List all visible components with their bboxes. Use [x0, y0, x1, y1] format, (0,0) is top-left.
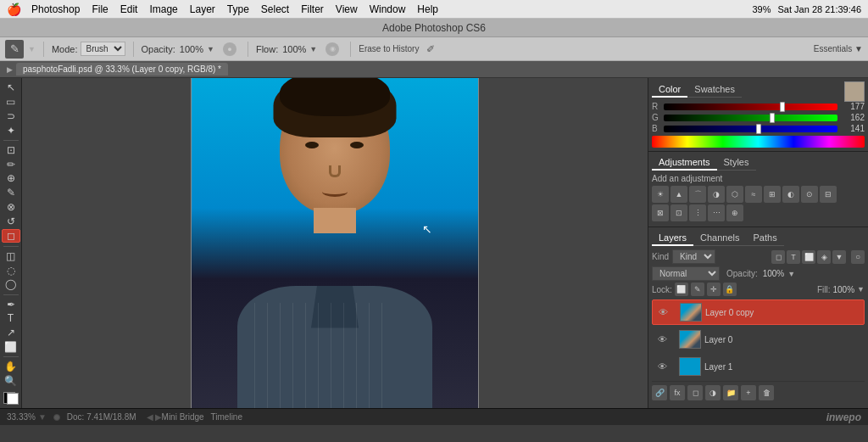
- opacity-value[interactable]: 100%: [763, 269, 785, 278]
- color-picker[interactable]: [2, 392, 20, 405]
- tab-channels[interactable]: Channels: [693, 231, 746, 246]
- essentials-dropdown[interactable]: Essentials ▼: [814, 44, 863, 53]
- apple-menu[interactable]: 🍎: [7, 3, 21, 16]
- adj-colorbalance[interactable]: ⊞: [764, 186, 781, 203]
- timeline-tab[interactable]: Timeline: [211, 412, 242, 422]
- flow-value[interactable]: 100%: [282, 44, 306, 54]
- filter-shape[interactable]: ⬜: [802, 250, 815, 264]
- scroll-right[interactable]: ▶: [155, 412, 162, 422]
- menu-file[interactable]: File: [92, 3, 108, 15]
- text-tool[interactable]: T: [2, 312, 20, 325]
- history-brush-tool[interactable]: ↺: [2, 215, 20, 227]
- lasso-tool[interactable]: ⊃: [2, 109, 20, 122]
- color-spectrum[interactable]: [652, 136, 865, 148]
- menu-select[interactable]: Select: [261, 3, 289, 15]
- scroll-left[interactable]: ◀: [147, 412, 153, 422]
- dodge-tool[interactable]: ◯: [2, 278, 20, 291]
- magic-wand-tool[interactable]: ✦: [2, 124, 20, 137]
- r-value[interactable]: 177: [841, 102, 865, 111]
- doc-tab-item[interactable]: pasphotoFadli.psd @ 33.3% (Layer 0 copy,…: [16, 63, 228, 76]
- clone-stamp-tool[interactable]: ⊗: [2, 200, 20, 213]
- adj-levels[interactable]: ▲: [670, 186, 687, 203]
- healing-brush-tool[interactable]: ⊕: [2, 172, 20, 185]
- tab-paths[interactable]: Paths: [747, 231, 784, 246]
- new-layer-btn[interactable]: +: [741, 385, 756, 400]
- adj-brightness[interactable]: ☀: [652, 186, 669, 203]
- zoom-display[interactable]: 33.33%: [7, 412, 36, 422]
- brush-tool[interactable]: ✎: [2, 187, 20, 199]
- layer-0-eye[interactable]: 👁: [655, 333, 669, 346]
- adj-threshold[interactable]: ⋮: [689, 204, 706, 221]
- blur-tool[interactable]: ◌: [2, 264, 20, 277]
- filter-smartobj[interactable]: ◈: [817, 250, 831, 264]
- g-slider[interactable]: [664, 115, 837, 121]
- layer-item-2[interactable]: 👁 Layer 1: [652, 354, 865, 379]
- opacity-value[interactable]: 100%: [180, 44, 203, 54]
- menu-image[interactable]: Image: [149, 3, 177, 15]
- adj-selective[interactable]: ⊕: [726, 204, 743, 221]
- adj-photofilter[interactable]: ⊙: [801, 186, 818, 203]
- airbrush-icon[interactable]: ◉: [326, 42, 339, 56]
- blend-mode-select[interactable]: Normal: [652, 266, 720, 281]
- r-slider[interactable]: [664, 104, 837, 110]
- canvas-image[interactable]: ↖: [191, 78, 479, 408]
- menu-window[interactable]: Window: [370, 3, 406, 15]
- adj-curves[interactable]: ⌒: [689, 186, 706, 203]
- tab-swatches[interactable]: Swatches: [687, 82, 742, 98]
- link-layers-btn[interactable]: 🔗: [652, 385, 667, 400]
- menu-photoshop[interactable]: Photoshop: [31, 3, 80, 15]
- move-tool[interactable]: ↖: [2, 81, 20, 94]
- layer-item-0[interactable]: 👁 Layer 0 copy: [652, 299, 865, 325]
- menu-type[interactable]: Type: [227, 3, 249, 15]
- color-swatch-display[interactable]: [844, 81, 865, 102]
- adj-invert[interactable]: ⊠: [652, 204, 669, 221]
- tab-color[interactable]: Color: [652, 82, 687, 98]
- menu-layer[interactable]: Layer: [190, 3, 215, 15]
- layer-1-eye[interactable]: 👁: [655, 360, 669, 373]
- crop-tool[interactable]: ⊡: [2, 144, 20, 157]
- shape-tool[interactable]: ⬜: [2, 341, 20, 354]
- lock-all[interactable]: 🔒: [723, 283, 737, 296]
- eyedropper-tool[interactable]: ✏: [2, 158, 20, 171]
- zoom-tool[interactable]: 🔍: [2, 375, 20, 388]
- new-adj-layer-btn[interactable]: ◑: [705, 385, 721, 400]
- filter-pixel[interactable]: ◻: [771, 250, 785, 264]
- hand-tool[interactable]: ✋: [2, 361, 20, 373]
- brush-size-icon[interactable]: ●: [223, 42, 236, 56]
- adj-posterize[interactable]: ⊡: [670, 204, 687, 221]
- adj-vibrance[interactable]: ⬡: [726, 186, 743, 203]
- filter-adj[interactable]: ▼: [832, 250, 846, 264]
- layer-filter-toggle[interactable]: ○: [851, 250, 865, 264]
- kind-filter-select[interactable]: Kind: [672, 249, 715, 264]
- adj-gradientmap[interactable]: ⋯: [708, 204, 725, 221]
- mini-bridge-tab[interactable]: Mini Bridge: [162, 412, 204, 422]
- new-group-btn[interactable]: 📁: [723, 385, 738, 400]
- lock-position[interactable]: ✛: [707, 283, 721, 296]
- filter-type[interactable]: T: [787, 250, 800, 264]
- adj-hsl[interactable]: ≈: [745, 186, 762, 203]
- b-slider[interactable]: [664, 126, 837, 132]
- layer-item-1[interactable]: 👁 Layer 0: [652, 327, 865, 352]
- tab-styles[interactable]: Styles: [717, 155, 756, 171]
- marquee-tool[interactable]: ▭: [2, 96, 20, 109]
- layer-style-btn[interactable]: fx: [670, 385, 685, 400]
- menu-view[interactable]: View: [336, 3, 358, 15]
- lock-transparent[interactable]: ⬜: [675, 283, 688, 296]
- path-tool[interactable]: ↗: [2, 327, 20, 339]
- tab-layers[interactable]: Layers: [652, 231, 693, 246]
- delete-layer-btn[interactable]: 🗑: [759, 385, 774, 400]
- adj-mixer[interactable]: ⊟: [820, 186, 837, 203]
- adj-bw[interactable]: ◐: [782, 186, 799, 203]
- menu-help[interactable]: Help: [417, 3, 438, 15]
- fill-value[interactable]: 100%: [833, 285, 855, 294]
- lock-pixels[interactable]: ✎: [691, 283, 704, 296]
- mode-select[interactable]: Brush: [81, 42, 125, 56]
- pen-tool[interactable]: ✒: [2, 298, 20, 311]
- adj-exposure[interactable]: ◑: [708, 186, 725, 203]
- tab-adjustments[interactable]: Adjustments: [652, 155, 717, 171]
- erase-history-icon[interactable]: ✐: [426, 43, 435, 55]
- eraser-tool-icon[interactable]: ✎: [5, 40, 24, 59]
- eraser-tool[interactable]: ◻: [2, 229, 20, 243]
- menu-filter[interactable]: Filter: [301, 3, 324, 15]
- b-value[interactable]: 141: [841, 124, 865, 133]
